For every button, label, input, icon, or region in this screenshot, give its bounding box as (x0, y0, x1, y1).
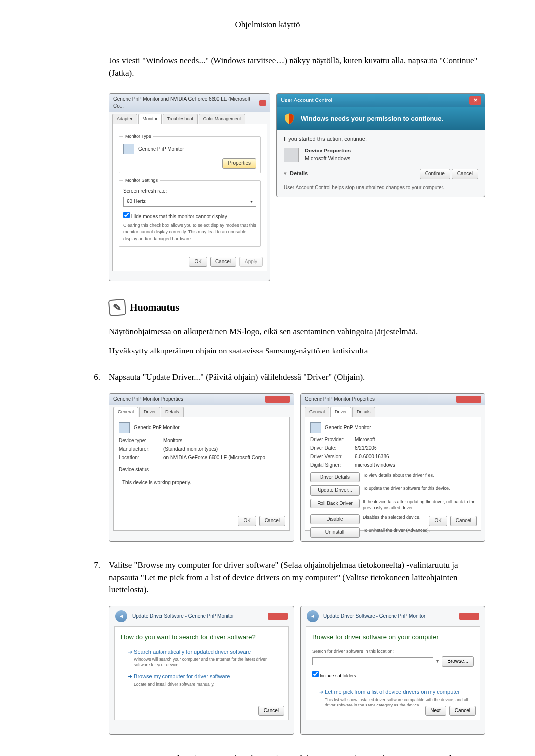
window-controls[interactable] (456, 396, 481, 403)
ok-button[interactable]: OK (429, 516, 447, 526)
step-7: 7. Valitse "Browse my computer for drive… (89, 559, 485, 596)
program-publisher: Microsoft Windows (305, 155, 351, 163)
hide-modes-checkbox[interactable] (123, 212, 130, 218)
back-icon[interactable]: ◄ (307, 610, 319, 622)
option-auto-desc: Windows will search your computer and th… (134, 657, 282, 668)
program-icon (284, 148, 299, 162)
window-title: Generic PnP Monitor and NVIDIA GeForce 6… (113, 96, 259, 110)
cancel-button[interactable]: Cancel (450, 516, 477, 526)
include-subfolders-checkbox[interactable] (312, 671, 319, 677)
step-number: 6. (89, 371, 100, 384)
shield-icon (283, 112, 296, 125)
include-subfolders-label: Include subfolders (320, 673, 356, 678)
option-auto-search[interactable]: Search automatically for updated driver … (128, 648, 282, 656)
step-text: Valitse "Browse my computer for driver s… (109, 559, 485, 596)
tab-driver[interactable]: Driver (330, 407, 351, 417)
uac-dialog: User Account Control ✕ Windows needs you… (276, 93, 485, 197)
uac-if-started: If you started this action, continue. (284, 135, 478, 143)
monitor-settings-group: Monitor Settings Screen refresh rate: 60… (119, 177, 261, 247)
tab-color-management[interactable]: Color Management (199, 114, 246, 124)
uac-title: User Account Control (281, 97, 332, 104)
wizard-heading: Browse for driver software on your compu… (312, 633, 474, 642)
back-icon[interactable]: ◄ (115, 610, 127, 622)
tab-monitor[interactable]: Monitor (138, 114, 162, 124)
tab-general[interactable]: General (305, 407, 329, 417)
monitor-type-group: Monitor Type Generic PnP Monitor Propert… (119, 133, 261, 173)
monitor-name: Generic PnP Monitor (138, 146, 184, 153)
close-icon[interactable]: ✕ (469, 96, 481, 105)
program-name: Device Properties (305, 147, 351, 155)
continue-button[interactable]: Continue (420, 169, 450, 179)
refresh-label: Screen refresh rate: (123, 188, 256, 195)
cancel-button[interactable]: Cancel (259, 516, 285, 526)
browse-button[interactable]: Browse... (442, 656, 474, 667)
option-browse[interactable]: Browse my computer for driver software (128, 673, 282, 681)
window-controls[interactable] (265, 396, 290, 403)
window-controls[interactable] (459, 613, 479, 620)
next-button[interactable]: Next (425, 706, 446, 716)
dropdown-icon[interactable]: ▾ (436, 658, 439, 665)
tab-details[interactable]: Details (352, 407, 375, 417)
wizard-crumb: Update Driver Software - Generic PnP Mon… (323, 613, 425, 620)
option-browse-desc: Locate and install driver software manua… (134, 682, 282, 687)
cancel-button[interactable]: Cancel (258, 706, 284, 716)
hide-modes-desc: Clearing this check box allows you to se… (123, 222, 256, 242)
cancel-button[interactable]: Cancel (449, 706, 476, 716)
tab-driver[interactable]: Driver (139, 407, 160, 417)
window-controls[interactable] (259, 100, 266, 106)
uac-titlebar: User Account Control ✕ (277, 94, 485, 107)
header-title: Ohjelmiston käyttö (235, 20, 300, 29)
tab-details[interactable]: Details (161, 407, 184, 417)
tab-general[interactable]: General (113, 407, 138, 417)
tab-adapter[interactable]: Adapter (112, 114, 137, 124)
titlebar: Generic PnP Monitor and NVIDIA GeForce 6… (109, 94, 270, 112)
figure-1: Generic PnP Monitor and NVIDIA GeForce 6… (109, 93, 485, 281)
monitor-properties-window: Generic PnP Monitor and NVIDIA GeForce 6… (109, 93, 270, 281)
driver-details-button[interactable]: Driver Details (310, 472, 360, 483)
window-title: Generic PnP Monitor Properties (305, 396, 374, 403)
update-driver-wizard-1: ◄ Update Driver Software - Generic PnP M… (109, 606, 294, 735)
chevron-down-icon[interactable]: ▾ (284, 170, 287, 178)
details-link[interactable]: Details (290, 170, 308, 178)
cancel-button[interactable]: Cancel (452, 169, 478, 179)
device-name: Generic PnP Monitor (325, 424, 371, 432)
window-controls[interactable] (268, 613, 288, 620)
properties-driver-window: Generic PnP Monitor Properties General D… (300, 393, 485, 542)
step-text: Napsauta "Update Driver..." (Päivitä ohj… (109, 371, 485, 384)
tabs: Adapter Monitor Troubleshoot Color Manag… (109, 112, 270, 124)
step-6: 6. Napsauta "Update Driver..." (Päivitä … (89, 371, 485, 384)
note-p2: Hyväksytty alkuperäinen ohjain on saatav… (109, 345, 485, 357)
ok-button[interactable]: OK (189, 257, 207, 267)
uninstall-button[interactable]: Uninstall (310, 527, 360, 538)
monitor-icon (123, 144, 134, 154)
device-name: Generic PnP Monitor (134, 424, 180, 432)
step-text: Napsauta "Have Disk..." (Levy) ja valits… (109, 753, 485, 756)
kv-row: Digital Signer:microsoft windows (310, 462, 476, 469)
apply-button[interactable]: Apply (239, 257, 263, 267)
step-8: 8. Napsauta "Have Disk..." (Levy) ja val… (89, 753, 485, 756)
refresh-dropdown[interactable]: 60 Hertz▾ (123, 197, 256, 207)
page-header: Ohjelmiston käyttö (30, 20, 505, 35)
update-driver-button[interactable]: Update Driver... (310, 485, 360, 496)
location-input[interactable] (312, 657, 433, 665)
rollback-driver-button[interactable]: Roll Back Driver (310, 499, 360, 509)
note-header: ✎ Huomautus (109, 299, 485, 316)
disable-button[interactable]: Disable (310, 514, 360, 525)
cancel-button[interactable]: Cancel (210, 257, 236, 267)
step-number: 8. (89, 753, 100, 756)
monitor-type-legend: Monitor Type (123, 133, 153, 140)
figure-3: ◄ Update Driver Software - Generic PnP M… (109, 606, 485, 735)
ok-button[interactable]: OK (238, 516, 256, 526)
status-box: This device is working properly. (119, 476, 284, 510)
note-icon: ✎ (108, 299, 127, 317)
kv-row: Manufacturer:(Standard monitor types) (119, 446, 284, 453)
properties-button[interactable]: Properties (222, 158, 256, 169)
properties-general-window: Generic PnP Monitor Properties General D… (109, 393, 294, 542)
monitor-icon (119, 422, 130, 433)
status-label: Device status (119, 466, 284, 474)
option-pick-list[interactable]: Let me pick from a list of device driver… (319, 688, 474, 696)
uac-banner-text: Windows needs your permission to contion… (301, 114, 443, 124)
figure-2: Generic PnP Monitor Properties General D… (109, 393, 485, 542)
tab-troubleshoot[interactable]: Troubleshoot (163, 114, 198, 124)
kv-row: Location:on NVIDIA GeForce 6600 LE (Micr… (119, 454, 284, 462)
